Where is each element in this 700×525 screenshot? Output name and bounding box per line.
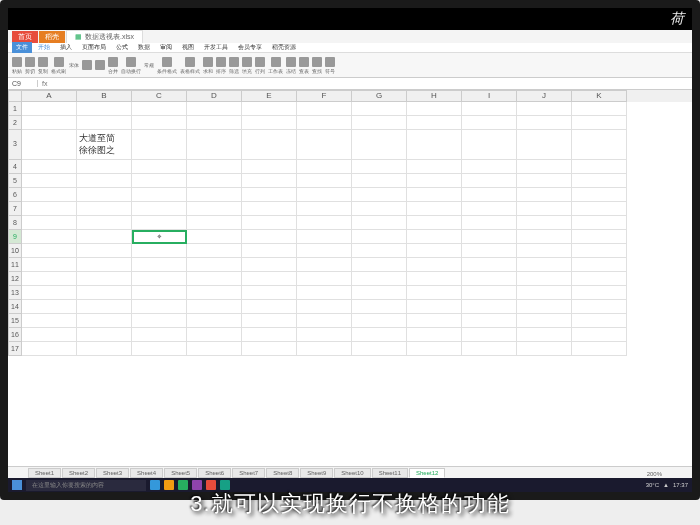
- cell[interactable]: [297, 272, 352, 286]
- cell[interactable]: [297, 202, 352, 216]
- cell[interactable]: [572, 300, 627, 314]
- cell[interactable]: [572, 328, 627, 342]
- cell[interactable]: [22, 116, 77, 130]
- cell[interactable]: [572, 116, 627, 130]
- ribbon-group[interactable]: 查表: [299, 57, 309, 74]
- cell[interactable]: [77, 328, 132, 342]
- cell[interactable]: [462, 160, 517, 174]
- cell[interactable]: [77, 272, 132, 286]
- cell[interactable]: [407, 342, 462, 356]
- cell[interactable]: [517, 216, 572, 230]
- cell[interactable]: [517, 160, 572, 174]
- ribbon-group[interactable]: 排序: [216, 57, 226, 74]
- cell[interactable]: [132, 202, 187, 216]
- ribbon-tab-insert[interactable]: 插入: [56, 42, 76, 53]
- sheet-tab[interactable]: Sheet5: [164, 468, 197, 478]
- cell[interactable]: [242, 314, 297, 328]
- cell[interactable]: [297, 286, 352, 300]
- cell[interactable]: [132, 300, 187, 314]
- cell[interactable]: [462, 342, 517, 356]
- ribbon-tab-data[interactable]: 数据: [134, 42, 154, 53]
- file-menu[interactable]: 文件: [12, 42, 32, 53]
- docer-tab[interactable]: 稻壳: [39, 31, 65, 43]
- ribbon-group[interactable]: 填充: [242, 57, 252, 74]
- col-header[interactable]: K: [572, 90, 627, 102]
- cell[interactable]: [297, 102, 352, 116]
- cell[interactable]: [517, 116, 572, 130]
- row-header[interactable]: 10: [8, 244, 22, 258]
- cell[interactable]: [517, 102, 572, 116]
- cell[interactable]: [407, 328, 462, 342]
- row-header[interactable]: 9: [8, 230, 22, 244]
- col-header[interactable]: J: [517, 90, 572, 102]
- cell[interactable]: [352, 230, 407, 244]
- cell[interactable]: [187, 188, 242, 202]
- cell[interactable]: [462, 328, 517, 342]
- cell[interactable]: [572, 202, 627, 216]
- cell[interactable]: [462, 188, 517, 202]
- cell[interactable]: [517, 244, 572, 258]
- cell[interactable]: [187, 230, 242, 244]
- cell[interactable]: [572, 230, 627, 244]
- select-all-corner[interactable]: [8, 90, 22, 102]
- weather[interactable]: 30°C: [646, 482, 659, 488]
- cell[interactable]: [462, 216, 517, 230]
- cell[interactable]: [77, 174, 132, 188]
- cell[interactable]: [572, 258, 627, 272]
- cell[interactable]: [77, 286, 132, 300]
- cell[interactable]: [352, 160, 407, 174]
- cell[interactable]: [462, 130, 517, 160]
- cell[interactable]: [462, 202, 517, 216]
- cell[interactable]: [462, 230, 517, 244]
- cell[interactable]: [517, 286, 572, 300]
- cell[interactable]: [407, 230, 462, 244]
- ribbon-tab-member[interactable]: 会员专享: [234, 42, 266, 53]
- cell[interactable]: [352, 202, 407, 216]
- col-header[interactable]: E: [242, 90, 297, 102]
- col-header[interactable]: F: [297, 90, 352, 102]
- sheet-tab[interactable]: Sheet4: [130, 468, 163, 478]
- cell[interactable]: [187, 216, 242, 230]
- cell[interactable]: [517, 188, 572, 202]
- cell[interactable]: [132, 188, 187, 202]
- cell[interactable]: [407, 216, 462, 230]
- cell[interactable]: [517, 300, 572, 314]
- row-header[interactable]: 5: [8, 174, 22, 188]
- cell[interactable]: [132, 174, 187, 188]
- row-header[interactable]: 2: [8, 116, 22, 130]
- cell[interactable]: [407, 116, 462, 130]
- cell[interactable]: [242, 174, 297, 188]
- cell[interactable]: [352, 258, 407, 272]
- row-header[interactable]: 3: [8, 130, 22, 160]
- cell[interactable]: [352, 130, 407, 160]
- cell[interactable]: [187, 116, 242, 130]
- cell[interactable]: [297, 130, 352, 160]
- cell[interactable]: [187, 160, 242, 174]
- cell[interactable]: [352, 314, 407, 328]
- ribbon-group[interactable]: [95, 60, 105, 70]
- ribbon-tab-layout[interactable]: 页面布局: [78, 42, 110, 53]
- cell[interactable]: [462, 300, 517, 314]
- cell[interactable]: [132, 216, 187, 230]
- cell[interactable]: [242, 342, 297, 356]
- ribbon-group[interactable]: 常规: [144, 62, 154, 68]
- cell[interactable]: [77, 102, 132, 116]
- cell[interactable]: [187, 300, 242, 314]
- cell[interactable]: [352, 116, 407, 130]
- cell[interactable]: [572, 342, 627, 356]
- cell[interactable]: [517, 130, 572, 160]
- cell[interactable]: [187, 258, 242, 272]
- cell[interactable]: [517, 342, 572, 356]
- ribbon-group[interactable]: 符号: [325, 57, 335, 74]
- cell[interactable]: [242, 188, 297, 202]
- cell[interactable]: [352, 216, 407, 230]
- sheet-tab[interactable]: Sheet11: [372, 468, 408, 478]
- cell[interactable]: [22, 188, 77, 202]
- cell[interactable]: [297, 216, 352, 230]
- cell[interactable]: [77, 116, 132, 130]
- ribbon-group[interactable]: 查找: [312, 57, 322, 74]
- cell[interactable]: [22, 244, 77, 258]
- cell[interactable]: [517, 272, 572, 286]
- ribbon-tab-dev[interactable]: 开发工具: [200, 42, 232, 53]
- cell[interactable]: [132, 258, 187, 272]
